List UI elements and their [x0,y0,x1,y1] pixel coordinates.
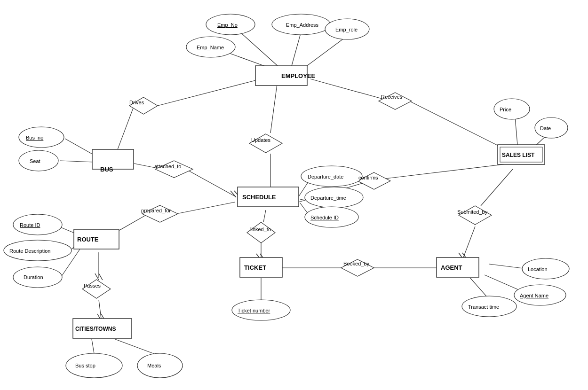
rel-linked-label: linked_to [250,226,271,232]
entity-bus-label: BUS [100,166,113,173]
svg-line-19 [263,210,266,222]
attr-location-label: Location [528,266,548,272]
svg-line-24 [176,202,235,214]
er-diagram-svg: EMPLOYEE BUS SCHEDULE ROUTE TICKET CITIE… [0,0,588,390]
svg-line-9 [409,101,506,149]
rel-confirms-label: confirms [358,175,378,180]
rel-booked-label: Booked_by [343,261,370,266]
rel-submitted-label: Submited_by [457,209,488,215]
svg-line-46 [470,278,488,298]
rel-receives-label: Receives [381,94,403,100]
svg-line-14 [65,139,94,155]
svg-marker-61 [249,134,282,153]
svg-line-42 [463,226,475,257]
rel-drives-label: Drives [129,100,144,105]
entity-cities-label: CITIES/TOWNS [75,326,116,332]
svg-line-0 [240,32,278,66]
svg-line-5 [118,106,134,149]
attr-seat-label: Seat [30,158,40,164]
entity-ticket-label: TICKET [244,264,266,271]
attr-routedesc-label: Route Description [9,248,50,254]
rel-prepared-label: prepared_for [141,208,171,213]
svg-marker-64 [247,222,275,243]
svg-line-40 [386,164,510,179]
svg-line-34 [92,339,94,353]
attr-empno-label: Emp_No [217,22,238,28]
attr-busstop-label: Bus stop [75,363,95,368]
svg-line-1 [292,32,301,66]
attr-agentname-label: Agent Name [520,293,548,298]
attr-duration-label: Duration [24,274,43,280]
rel-updates-label: Updates [251,137,270,143]
rel-passes-label: Passes [84,283,101,289]
attr-routeid-label: Route ID [20,222,40,228]
entity-schedule-label: SCHEDULE [242,194,276,201]
rel-attached-label: attached_to [154,164,182,169]
svg-line-15 [60,161,94,162]
entity-route-label: ROUTE [77,236,99,243]
attr-busno-label: Bus_no [26,135,43,140]
svg-line-48 [515,117,517,145]
er-diagram: EMPLOYEE BUS SCHEDULE ROUTE TICKET CITIE… [0,0,588,390]
svg-line-11 [186,169,235,196]
attr-depdate-label: Departure_date [308,174,343,179]
attr-empaddress-label: Emp_Address [286,22,319,28]
svg-line-4 [158,79,261,106]
svg-line-30 [99,273,103,280]
svg-line-47 [485,275,522,291]
svg-line-6 [270,81,278,133]
attr-deptime-label: Departure_time [310,195,346,201]
entity-agent-label: AGENT [441,264,462,271]
attr-emprole-label: Emp_role [335,27,358,32]
attr-ticketnum-label: Ticket number [238,308,270,313]
svg-line-31 [99,300,101,319]
attr-scheduleid-label: Schedule ID [310,215,339,220]
svg-marker-67 [459,206,492,225]
svg-line-8 [310,79,390,101]
attr-meals-label: Meals [147,363,161,368]
entity-saleslist-label: SALES LIST [502,152,535,158]
attr-price-label: Price [500,107,511,112]
svg-line-45 [489,264,527,269]
attr-date-label: Date [540,125,551,131]
attr-empname-label: Emp_Name [197,45,224,50]
entity-employee-label: EMPLOYEE [281,72,316,79]
svg-line-2 [306,35,348,67]
attr-transacttime-label: Transact time [468,304,499,310]
svg-line-29 [95,273,99,280]
svg-marker-68 [82,280,111,298]
svg-line-35 [115,339,154,354]
svg-line-41 [481,169,513,206]
